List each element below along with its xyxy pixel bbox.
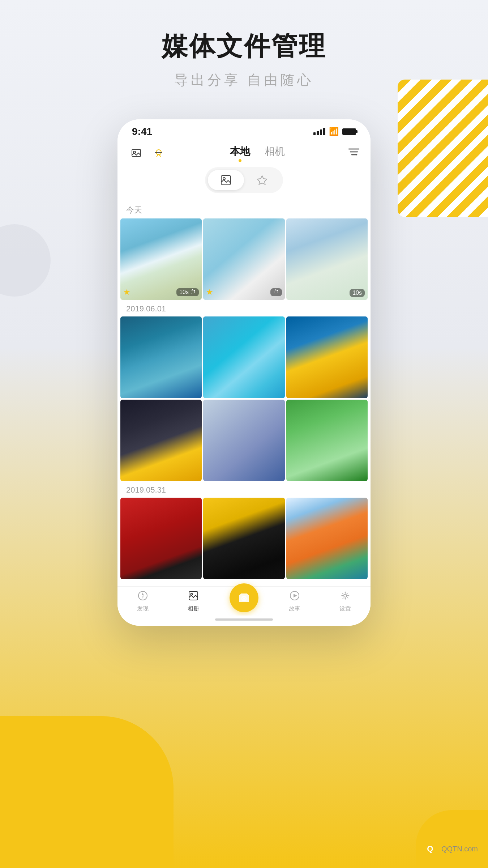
- photo-item[interactable]: ★ 10s ⏱: [120, 218, 202, 300]
- home-bar: [215, 618, 273, 621]
- app-nav: 本地 相机: [117, 141, 371, 161]
- nav-settings[interactable]: 设置: [331, 590, 360, 613]
- svg-point-16: [243, 597, 245, 600]
- local-media-icon[interactable]: [128, 145, 144, 161]
- photo-item[interactable]: [203, 316, 284, 398]
- photo-item[interactable]: [203, 498, 284, 579]
- photo-item[interactable]: [120, 316, 202, 398]
- gear-icon: [340, 590, 351, 604]
- photo-grid-today: ★ 10s ⏱ ★ ⏱ 10s: [117, 218, 371, 300]
- bottom-nav: 发现 相册: [117, 586, 371, 616]
- photo-item[interactable]: [120, 400, 202, 481]
- toggle-favorite[interactable]: [244, 170, 280, 190]
- photo-grid-0601: [117, 316, 371, 481]
- svg-marker-9: [257, 176, 267, 184]
- section-0601: 2019.06.01: [117, 300, 371, 316]
- svg-marker-18: [294, 594, 297, 597]
- toggle-group: [205, 167, 283, 193]
- wifi-icon: 📶: [329, 127, 339, 136]
- star-icon: ★: [123, 288, 130, 297]
- status-icons: 📶: [313, 127, 356, 136]
- watermark-text: QQTN.com: [441, 845, 478, 853]
- nav-discover-label: 发现: [137, 605, 149, 613]
- watermark: Q QQTN.com: [421, 840, 478, 858]
- nav-album[interactable]: 相册: [179, 590, 208, 613]
- signal-icon: [313, 128, 325, 135]
- svg-point-8: [223, 178, 225, 180]
- section-0531: 2019.05.31: [117, 481, 371, 498]
- toggle-bar: [117, 161, 371, 200]
- photo-item[interactable]: [203, 400, 284, 481]
- filter-icon[interactable]: [348, 147, 360, 159]
- status-bar: 9:41 📶: [117, 119, 371, 141]
- photo-item[interactable]: [120, 498, 202, 579]
- compass-icon: [137, 590, 148, 604]
- page-subtitle: 导出分享 自由随心: [0, 71, 488, 89]
- watermark-logo: Q: [421, 840, 439, 858]
- svg-rect-7: [221, 175, 231, 185]
- photo-item[interactable]: 10s: [286, 218, 368, 300]
- scan-icon[interactable]: [151, 145, 167, 161]
- section-today: 今天: [117, 200, 371, 218]
- camera-button[interactable]: [230, 583, 258, 612]
- scroll-content[interactable]: 今天 ★ 10s ⏱ ★ ⏱ 10s: [117, 200, 371, 586]
- nav-settings-label: 设置: [339, 605, 351, 613]
- duration-badge: ⏱: [270, 288, 282, 296]
- phone-frame: 9:41 📶: [117, 119, 371, 626]
- photo-grid-0531: [117, 498, 371, 579]
- toggle-photos[interactable]: [208, 170, 244, 190]
- nav-left-icons: [128, 145, 167, 161]
- photo-item[interactable]: [286, 498, 368, 579]
- svg-marker-12: [142, 596, 144, 599]
- svg-marker-11: [142, 592, 144, 596]
- photo-item[interactable]: ★ ⏱: [203, 218, 284, 300]
- nav-stories-label: 故事: [289, 605, 300, 613]
- play-icon: [289, 590, 300, 604]
- nav-discover[interactable]: 发现: [128, 590, 157, 613]
- deco-yellow-bottom-left: [0, 716, 174, 868]
- status-time: 9:41: [132, 126, 152, 137]
- tab-camera[interactable]: 相机: [265, 145, 285, 161]
- nav-stories[interactable]: 故事: [280, 590, 309, 613]
- nav-tabs: 本地 相机: [167, 145, 348, 161]
- star-icon: ★: [206, 288, 213, 297]
- photos-icon: [188, 590, 199, 604]
- photo-item[interactable]: [286, 400, 368, 481]
- page-header: 媒体文件管理 导出分享 自由随心: [0, 29, 488, 89]
- duration-badge: 10s ⏱: [176, 288, 199, 296]
- tab-local[interactable]: 本地: [230, 145, 250, 161]
- duration-badge: 10s: [350, 289, 365, 297]
- home-indicator: [117, 616, 371, 626]
- photo-item[interactable]: [286, 316, 368, 398]
- deco-stripes: [398, 80, 488, 217]
- battery-icon: [342, 128, 356, 135]
- svg-point-14: [191, 593, 193, 595]
- nav-album-label: 相册: [188, 605, 199, 613]
- svg-point-19: [344, 594, 347, 597]
- page-title: 媒体文件管理: [0, 29, 488, 64]
